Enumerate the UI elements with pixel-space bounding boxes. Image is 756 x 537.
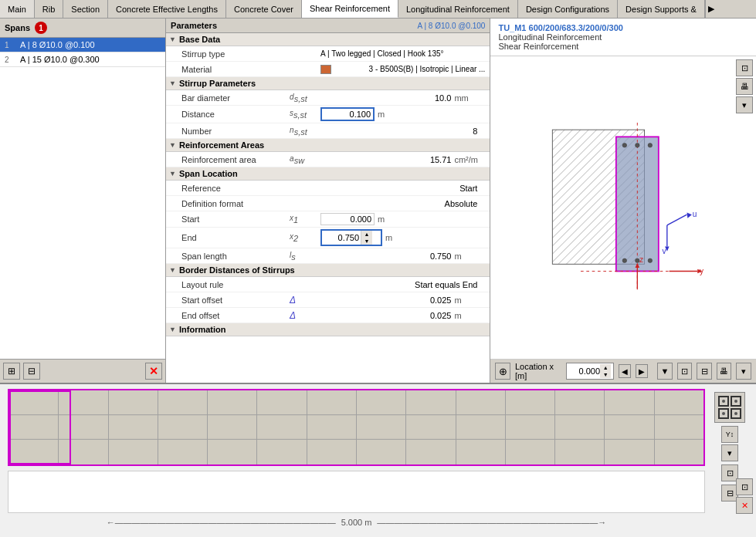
paste-button[interactable]: ⊟ bbox=[23, 363, 40, 380]
tab-main[interactable]: Main bbox=[0, 0, 35, 18]
grid-button[interactable] bbox=[714, 392, 745, 423]
span-label-2: A | 15 Ø10.0 @0.300 bbox=[20, 55, 100, 64]
view-zoom-in-button[interactable]: 🖶 bbox=[736, 78, 753, 95]
location-input-wrap: ▲ ▼ bbox=[566, 363, 614, 380]
tab-scroll-right[interactable]: ▶ bbox=[705, 0, 717, 18]
view-fit-button[interactable]: ⊡ bbox=[736, 59, 753, 76]
end-input[interactable] bbox=[322, 232, 361, 243]
bar-diameter-label: Bar diameter bbox=[181, 93, 290, 103]
span-num-1: 1 bbox=[5, 41, 20, 49]
right-bottom-bar: ⊕ Location x [m] ▲ ▼ ◀ ▶ ▼ ⊡ ⊟ 🖶 ▾ bbox=[490, 359, 756, 383]
stirrup-type-label: Stirrup type bbox=[181, 49, 290, 59]
stirrup-type-value: A | Two legged | Closed | Hook 135° bbox=[320, 49, 485, 58]
location-input[interactable] bbox=[569, 366, 600, 376]
number-value: 8 bbox=[320, 127, 485, 136]
delete-button[interactable]: ✕ bbox=[145, 363, 162, 380]
start-input[interactable] bbox=[320, 213, 375, 225]
tab-longitudinal-reinforcement[interactable]: Longitudinal Reinforcement bbox=[398, 0, 518, 18]
bar-diameter-value: 10.0 bbox=[320, 93, 451, 103]
start-label: Start bbox=[181, 214, 290, 224]
tab-section[interactable]: Section bbox=[63, 0, 108, 18]
distance-label: Distance bbox=[181, 110, 290, 119]
end-increment-button[interactable]: ▲ bbox=[361, 231, 372, 238]
collapse-base-data-icon: ▼ bbox=[169, 35, 176, 43]
material-row: Material 3 - B500S(B) | Isotropic | Line… bbox=[166, 62, 490, 77]
location-nav-next[interactable]: ▶ bbox=[636, 364, 648, 378]
tab-concrete-cover[interactable]: Concrete Cover bbox=[226, 0, 302, 18]
span-length-value: 0.750 bbox=[320, 252, 451, 261]
axis-options-button[interactable]: ▾ bbox=[721, 444, 738, 461]
svg-point-31 bbox=[734, 400, 737, 403]
beam-lines-svg bbox=[9, 390, 703, 464]
section-stirrup-params-header[interactable]: ▼ Stirrup Parameters bbox=[166, 77, 490, 90]
end-unit: m bbox=[385, 233, 416, 242]
tab-concrete-effective-lengths[interactable]: Concrete Effective Lengths bbox=[108, 0, 226, 18]
tab-shear-reinforcement[interactable]: Shear Reinforcement bbox=[302, 0, 398, 18]
span-item-1[interactable]: 1 A | 8 Ø10.0 @0.100 bbox=[0, 38, 165, 52]
reference-row: Reference Start bbox=[166, 181, 490, 196]
distance-input[interactable] bbox=[320, 107, 375, 121]
params-title: Parameters bbox=[171, 21, 217, 30]
grid-icon bbox=[717, 395, 742, 420]
view-capture-button[interactable]: ⊟ bbox=[697, 363, 712, 380]
corner-button-2[interactable]: ✕ bbox=[736, 497, 753, 514]
view-section-button[interactable]: ⊡ bbox=[677, 363, 693, 380]
right-side-buttons: Y↕ ▾ ⊡ ⊟ bbox=[711, 389, 748, 537]
cross-section-diagram: y z u v bbox=[538, 115, 708, 300]
span-length-symbol: ls bbox=[290, 251, 320, 262]
tab-design-supports[interactable]: Design Supports & bbox=[618, 0, 705, 18]
section-base-data-title: Base Data bbox=[179, 35, 220, 44]
span-label-1: A | 8 Ø10.0 @0.100 bbox=[20, 40, 95, 49]
spans-toolbar: ⊞ ⊟ ✕ bbox=[0, 359, 165, 383]
collapse-border-distances-icon: ▼ bbox=[169, 266, 176, 274]
view-print-button[interactable]: 🖶 bbox=[717, 363, 732, 380]
location-tool-button[interactable]: ⊕ bbox=[495, 363, 510, 380]
view-options-button[interactable]: ▾ bbox=[736, 363, 751, 380]
bar-diameter-unit: mm bbox=[454, 93, 485, 103]
right-panel: TU_M1 600/200/683.3/200/0/300 Longitudin… bbox=[490, 19, 756, 383]
end-input-wrap: ▲ ▼ bbox=[320, 229, 382, 246]
axis-y-button[interactable]: Y↕ bbox=[721, 426, 738, 443]
end-decrement-button[interactable]: ▼ bbox=[361, 238, 372, 245]
spans-panel: Spans 1 1 A | 8 Ø10.0 @0.100 2 A | 15 Ø1… bbox=[0, 19, 166, 383]
end-label: End bbox=[181, 233, 290, 242]
end-row: End x2 ▲ ▼ m 2 bbox=[166, 228, 490, 248]
section-base-data-header[interactable]: ▼ Base Data bbox=[166, 33, 490, 46]
start-offset-unit: m bbox=[454, 296, 485, 305]
corner-button-1[interactable]: ⊡ bbox=[736, 478, 753, 495]
section-reinforcement-areas-header[interactable]: ▼ Reinforcement Areas bbox=[166, 139, 490, 152]
number-label: Number bbox=[181, 127, 290, 136]
section-information-title: Information bbox=[179, 325, 226, 334]
tab-rib[interactable]: Rib bbox=[35, 0, 64, 18]
span-item-2[interactable]: 2 A | 15 Ø10.0 @0.300 bbox=[0, 52, 165, 67]
end-offset-label: End offset bbox=[181, 311, 290, 320]
span-length-unit: m bbox=[454, 252, 485, 261]
location-nav-prev[interactable]: ◀ bbox=[619, 364, 631, 378]
location-decrement-button[interactable]: ▼ bbox=[600, 371, 611, 378]
section-span-location-header[interactable]: ▼ Span Location bbox=[166, 167, 490, 181]
location-increment-button[interactable]: ▲ bbox=[600, 364, 611, 371]
filter-button[interactable]: ▼ bbox=[657, 363, 673, 380]
collapse-information-icon: ▼ bbox=[169, 326, 176, 333]
view-more-button[interactable]: ▾ bbox=[736, 96, 753, 113]
right-info: TU_M1 600/200/683.3/200/0/300 Longitudin… bbox=[490, 19, 756, 56]
material-color-swatch bbox=[320, 65, 331, 74]
distance-row: Distance ss,st m 3 bbox=[166, 106, 490, 123]
section-reinforcement-areas-title: Reinforcement Areas bbox=[179, 140, 264, 150]
bottom-visual: ←—————————————————————————— 5.000 m ————… bbox=[0, 384, 756, 537]
layout-rule-value: Start equals End bbox=[320, 280, 485, 289]
copy-button[interactable]: ⊞ bbox=[3, 363, 20, 380]
def-format-label: Definition format bbox=[181, 199, 290, 208]
reinforcement-area-row: Reinforcement area asw 15.71 cm²/m bbox=[166, 152, 490, 167]
section-information-header[interactable]: ▼ Information bbox=[166, 323, 490, 336]
right-info-item-2: Shear Reinforcement bbox=[498, 42, 748, 51]
params-content: ▼ Base Data Stirrup type A | Two legged … bbox=[166, 33, 490, 383]
reinforcement-area-value: 15.71 bbox=[320, 155, 451, 164]
spans-badge: 1 bbox=[35, 22, 47, 34]
def-format-row: Definition format Absolute bbox=[166, 196, 490, 211]
right-visual: y z u v ⊡ bbox=[490, 56, 756, 359]
section-border-distances-header[interactable]: ▼ Border Distances of Stirrups bbox=[166, 264, 490, 277]
end-offset-unit: m bbox=[454, 311, 485, 320]
beam-pink-left bbox=[9, 390, 71, 464]
tab-design-configurations[interactable]: Design Configurations bbox=[518, 0, 618, 18]
